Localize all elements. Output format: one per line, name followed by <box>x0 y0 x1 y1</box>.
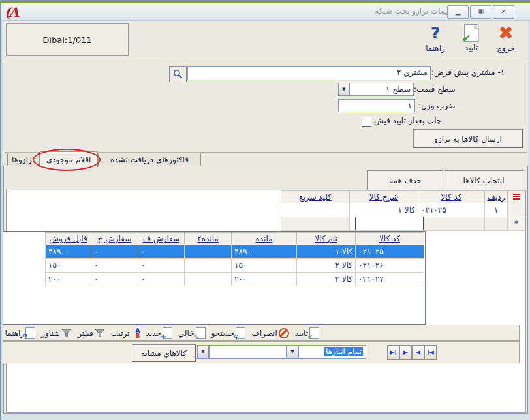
item-desc-editor-input[interactable] <box>355 217 424 230</box>
nav-prev-button[interactable]: ◀ <box>412 345 424 360</box>
weight-factor-input[interactable]: ۱ <box>338 99 415 112</box>
lookup-confirm-button[interactable]: ✔ تاييد <box>295 327 319 339</box>
lookup-cell[interactable]: کالا ۲ <box>297 259 356 273</box>
lookup-header-item-code[interactable]: کد کالا <box>356 233 424 245</box>
funnel-icon <box>61 329 72 338</box>
filter-dropdown-button[interactable]: ▼ <box>197 345 209 359</box>
lookup-cell[interactable]: ۴۸۹۰۰ <box>46 245 91 259</box>
delete-all-button[interactable]: حذف همه <box>367 170 443 190</box>
minimize-button[interactable]: ▁ <box>447 5 469 19</box>
lookup-empty-button[interactable]: ✎ خالي <box>178 327 206 339</box>
tab-unreceived-invoices[interactable]: فاکتورهاي دريافت نشده <box>98 153 201 166</box>
lookup-cell[interactable]: کالا ۱ <box>297 245 356 259</box>
send-items-label: ارسال کالاها به ترازو <box>434 134 502 143</box>
nav-prev-icon: ◀ <box>416 349 420 355</box>
device-label: Dibal:1/011 <box>42 35 91 45</box>
lookup-cell[interactable]: ۲۰۰ <box>46 273 91 286</box>
cell-row-number[interactable]: ۱ <box>485 203 508 217</box>
lookup-cell[interactable]: ۲۰۰ <box>232 273 297 286</box>
lookup-cell[interactable]: کالا ۳ <box>297 273 356 286</box>
main-grid-row-1[interactable]: ۱ ۰۲۱۰۲۵ کالا ۱ <box>281 203 525 217</box>
customer-search-button[interactable] <box>169 66 187 82</box>
customer-value: مشتري ۲ <box>397 68 428 77</box>
price-level-dropdown-button[interactable]: ▼ <box>338 83 350 96</box>
warehouse-combo[interactable]: تمام انبارها <box>298 345 366 359</box>
lookup-cell[interactable] <box>185 259 232 273</box>
lookup-cell[interactable]: ۰ <box>91 245 138 259</box>
lookup-cell[interactable]: ۰ <box>138 259 185 273</box>
lookup-cancel-button[interactable]: انصراف <box>251 328 288 338</box>
filter-combo[interactable] <box>209 345 287 359</box>
lookup-cell[interactable] <box>185 245 232 259</box>
main-grid-header-item-desc[interactable]: شرح کالا <box>350 191 418 203</box>
lookup-filter-button[interactable]: فيلتر <box>78 329 105 338</box>
similar-items-button[interactable]: کالاهاي مشابه <box>132 344 196 362</box>
nav-first-button[interactable]: |◀ <box>424 345 437 360</box>
print-after-confirm-checkbox[interactable] <box>362 117 371 127</box>
main-grid-header-item-code[interactable]: کد کالا <box>418 191 485 203</box>
exit-button[interactable]: ✖ خروج <box>489 24 523 57</box>
lookup-cell[interactable]: ۱۵۰ <box>46 259 91 273</box>
lookup-navigation-bar: ▶| ▶ ◀ |◀ تمام انبارها ▼ ▼ کالاهاي مشابه <box>3 341 520 363</box>
confirm-button[interactable]: ✔ تایید <box>454 24 488 57</box>
tab-scales[interactable]: ترازوها <box>7 153 39 166</box>
nav-last-button[interactable]: ▶| <box>387 345 399 360</box>
lookup-cell[interactable]: ۱۵۰ <box>232 259 297 273</box>
lookup-cell[interactable]: ۰۲۱۰۲۶ <box>356 259 424 273</box>
lookup-cell[interactable]: ۰ <box>138 273 185 286</box>
red-filter-icon <box>513 194 520 200</box>
help-button[interactable]: ? راهنما <box>418 24 452 57</box>
lookup-float-button[interactable]: شناور <box>41 329 72 338</box>
customer-input[interactable]: مشتري ۲ <box>187 66 431 80</box>
close-button[interactable]: ✕ <box>493 5 514 19</box>
lookup-header-sellable[interactable]: قابل فروش <box>46 233 91 245</box>
lookup-new-button[interactable]: ✚ جديد <box>146 327 172 339</box>
lookup-row-2[interactable]: ۰۲۱۰۲۶ کالا ۲ ۱۵۰ ۰ ۰ ۱۵۰ <box>46 259 424 273</box>
lookup-header-balance[interactable]: مانده <box>232 233 297 245</box>
lookup-cell[interactable]: ۰ <box>91 273 138 286</box>
lookup-cell[interactable]: ۰ <box>138 245 185 259</box>
lookup-search-button[interactable]: ⚲ جستجو <box>211 327 246 339</box>
cell-item-desc[interactable]: کالا ۱ <box>350 203 418 217</box>
maximize-button[interactable]: ▣ <box>470 5 491 19</box>
nav-last-icon: ▶| <box>390 349 396 355</box>
tab-stock-items[interactable]: اقلام موجودي <box>39 151 98 167</box>
device-label-box: Dibal:1/011 <box>6 23 129 56</box>
price-level-value: سطح ۱ <box>386 85 411 94</box>
main-grid-header-row-number[interactable]: رديف <box>485 191 508 203</box>
cell-item-code[interactable]: ۰۲۱۰۲۵ <box>418 203 485 217</box>
customer-label: ۱- مشتري پيش فرض: <box>431 68 524 77</box>
lookup-help-button[interactable]: ? راهنما <box>5 327 36 339</box>
weight-factor-label: ضرب وزن: <box>418 101 464 110</box>
page-magnifier-icon: ⚲ <box>236 327 245 339</box>
search-icon <box>173 69 183 79</box>
row-indicator-cell <box>508 203 525 217</box>
lookup-header-balance2[interactable]: مانده۲ <box>185 233 232 245</box>
warehouse-dropdown-button[interactable]: ▼ <box>287 345 298 359</box>
lookup-cell[interactable]: ۰۲۱۰۲۵ <box>356 245 424 259</box>
chevron-down-icon: ▼ <box>342 87 345 92</box>
row-indicator-header[interactable] <box>508 191 525 203</box>
similar-items-label: کالاهاي مشابه <box>141 349 187 358</box>
main-grid-header-quick-key[interactable]: کليد سريع <box>281 191 350 203</box>
lookup-cell[interactable]: ۰۲۱۰۲۷ <box>356 273 424 286</box>
lookup-header-item-name[interactable]: نام کالا <box>297 233 356 245</box>
nav-next-icon: ▶ <box>403 349 408 355</box>
prohibition-icon <box>279 328 289 338</box>
lookup-header-sales-order[interactable]: سفارش ف <box>138 233 185 245</box>
green-check-icon: ✔ <box>461 33 471 44</box>
send-items-to-scale-button[interactable]: ارسال کالاها به ترازو <box>413 129 523 148</box>
lookup-header-purchase-order[interactable]: سفارش خ <box>91 233 138 245</box>
lookup-row-3[interactable]: ۰۲۱۰۲۷ کالا ۳ ۲۰۰ ۰ ۰ ۲۰۰ <box>46 273 424 286</box>
lookup-sort-button[interactable]: AB ترتيب <box>111 328 140 338</box>
help-button-label: راهنما <box>426 44 445 53</box>
exit-icon: ✖ <box>498 24 513 42</box>
lookup-row-1-selected[interactable]: ۰۲۱۰۲۵ کالا ۱ ۴۸۹۰۰ ۰ ۰ ۴۸۹۰۰ <box>46 245 424 259</box>
cell-quick-key[interactable] <box>281 203 350 217</box>
item-lookup-popup: کد کالا نام کالا مانده مانده۲ سفارش ف سف… <box>3 231 426 325</box>
lookup-cell[interactable] <box>185 273 232 286</box>
nav-next-button[interactable]: ▶ <box>399 345 412 360</box>
lookup-cell[interactable]: ۰ <box>91 259 138 273</box>
lookup-cell[interactable]: ۴۸۹۰۰ <box>232 245 297 259</box>
select-items-button[interactable]: انتخاب کالاها <box>444 170 523 190</box>
